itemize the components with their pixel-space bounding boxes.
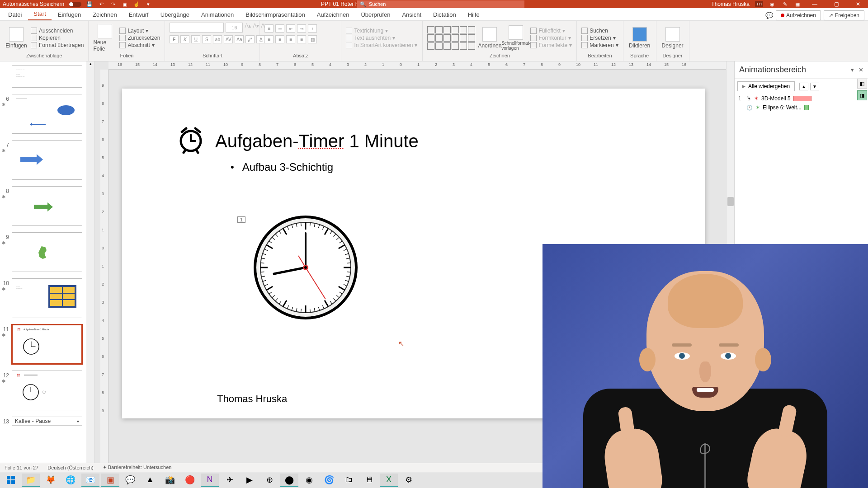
tab-einfuegen[interactable]: Einfügen <box>52 9 86 20</box>
taskbar-app-3[interactable]: 🔴 <box>181 474 199 487</box>
slide-thumb-7[interactable]: 7✱ <box>0 138 94 184</box>
taskbar-telegram[interactable]: ✈ <box>221 474 239 487</box>
increase-font-icon[interactable]: A▴ <box>245 23 251 33</box>
animation-item-1[interactable]: 1 🖱 ✶ 3D-Modell 5 <box>735 94 868 103</box>
tab-ueberpruefen[interactable]: Überprüfen <box>355 9 396 20</box>
tab-animationen[interactable]: Animationen <box>196 9 239 20</box>
case-button[interactable]: Aa <box>235 35 244 43</box>
select-button[interactable]: Markieren ▾ <box>581 42 618 48</box>
taskbar-vlc[interactable]: ▲ <box>141 474 159 487</box>
user-avatar[interactable]: TH <box>755 1 763 7</box>
timeline-bar-1[interactable] <box>793 96 811 101</box>
copy-button[interactable]: Kopieren <box>31 35 84 41</box>
start-button[interactable] <box>2 474 20 487</box>
designer-button[interactable]: Designer <box>661 27 684 49</box>
align-text-button[interactable]: Text ausrichten ▾ <box>346 35 417 41</box>
new-slide-button[interactable]: Neue Folie <box>93 24 117 52</box>
pane-tab-1[interactable]: ◧ <box>857 79 867 89</box>
tab-uebergaenge[interactable]: Übergänge <box>155 9 195 20</box>
taskbar-obs[interactable]: ⬤ <box>280 474 298 487</box>
font-size-select[interactable]: 16 <box>226 23 243 33</box>
layout-button[interactable]: Layout ▾ <box>119 28 160 34</box>
underline-button[interactable]: U <box>191 35 200 43</box>
autosave-toggle[interactable] <box>69 2 81 7</box>
reset-button[interactable]: Zurücksetzen <box>119 35 160 41</box>
slide-thumb-11[interactable]: 11✱ ⏰ Aufgaben-Timer 1 Minute <box>0 323 94 369</box>
section-button[interactable]: Abschnitt ▾ <box>119 42 160 48</box>
taskbar-app-5[interactable]: ⊕ <box>260 474 278 487</box>
strike-button[interactable]: S <box>202 35 211 43</box>
clock-3d-model[interactable] <box>253 215 358 320</box>
bold-button[interactable]: F <box>170 35 179 43</box>
slide-footer[interactable]: Thomas Hruska <box>217 393 287 405</box>
taskbar-explorer[interactable]: 📁 <box>22 474 40 487</box>
close-button[interactable]: ✕ <box>850 0 866 8</box>
shapes-gallery[interactable] <box>427 26 475 50</box>
tab-hilfe[interactable]: Hilfe <box>462 9 485 20</box>
text-direction-button[interactable]: Textrichtung ▾ <box>346 28 417 34</box>
freigeben-button[interactable]: ↗Freigeben <box>824 10 864 20</box>
slide-thumb-6[interactable]: 6✱ ————— <box>0 92 94 138</box>
slide-thumb-9[interactable]: 9✱ <box>0 230 94 277</box>
cut-button[interactable]: Ausschneiden <box>31 28 84 34</box>
find-button[interactable]: Suchen <box>581 28 618 34</box>
effects-button[interactable]: Formeffekte ▾ <box>530 42 572 48</box>
tab-entwurf[interactable]: Entwurf <box>123 9 154 20</box>
window-layout-icon[interactable]: ▦ <box>794 0 801 8</box>
tab-start[interactable]: Start <box>28 8 51 20</box>
pane-close-icon[interactable]: ✕ <box>859 66 863 73</box>
quick-styles-button[interactable]: Schnellformat-vorlagen <box>504 25 528 51</box>
slide-thumb-12[interactable]: 12✱ ⏰ ♡ <box>0 369 94 415</box>
outdent-button[interactable]: ⇤ <box>286 24 295 33</box>
touch-mode-icon[interactable]: ☝ <box>133 0 140 8</box>
taskbar-edge[interactable]: 🌀 <box>320 474 338 487</box>
columns-button[interactable]: ▥ <box>308 35 317 43</box>
taskbar-app-8[interactable]: 🖥 <box>360 474 378 487</box>
reorder-down-icon[interactable]: ▼ <box>810 83 819 90</box>
justify-button[interactable]: ≡ <box>297 35 306 43</box>
fill-button[interactable]: Fülleffekt ▾ <box>530 28 572 34</box>
redo-icon[interactable]: ↷ <box>109 0 117 8</box>
tab-datei[interactable]: Datei <box>3 9 27 20</box>
taskbar-app-6[interactable]: ◉ <box>300 474 318 487</box>
align-right-button[interactable]: ≡ <box>286 35 295 43</box>
decrease-font-icon[interactable]: A▾ <box>253 23 259 33</box>
format-painter-button[interactable]: Format übertragen <box>31 42 84 48</box>
play-all-button[interactable]: Alle wiedergeben <box>737 81 795 91</box>
slide-thumbnails[interactable]: — — — —— — —— —— — — — 6✱ ————— 7✱ 8✱ <box>0 61 95 486</box>
maximize-button[interactable]: ▢ <box>828 0 844 8</box>
taskbar-app-2[interactable]: 📸 <box>161 474 179 487</box>
slide-title[interactable]: Aufgaben-Timer 1 Minute <box>176 125 419 158</box>
slide-bullet-1[interactable]: Aufbau 3-Schichtig <box>231 161 333 174</box>
reorder-up-icon[interactable]: ▲ <box>799 83 808 90</box>
arrange-button[interactable]: Anordnen <box>478 27 501 49</box>
undo-icon[interactable]: ↶ <box>98 0 105 8</box>
highlight-button[interactable]: 🖊 <box>245 35 255 43</box>
outline-button[interactable]: Formkontur ▾ <box>530 35 572 41</box>
taskbar-powerpoint[interactable]: ▣ <box>101 474 119 487</box>
tab-zeichnen[interactable]: Zeichnen <box>87 9 122 20</box>
tab-ansicht[interactable]: Ansicht <box>396 9 427 20</box>
taskbar-app-7[interactable]: 🗂 <box>340 474 358 487</box>
taskbar-excel[interactable]: X <box>380 474 398 487</box>
tab-dictation[interactable]: Dictation <box>428 9 462 20</box>
animation-order-tag[interactable]: 1 <box>237 216 245 223</box>
slide-thumb-13[interactable]: 13 Kaffee - Pause ▾ <box>0 415 94 427</box>
pane-dropdown-icon[interactable]: ▾ <box>851 66 854 73</box>
indent-button[interactable]: ⇥ <box>297 24 306 33</box>
taskbar-chrome[interactable]: 🌐 <box>61 474 80 487</box>
minimize-button[interactable]: — <box>807 0 823 8</box>
taskbar-onenote[interactable]: N <box>201 474 219 487</box>
present-from-start-icon[interactable]: ▣ <box>121 0 128 8</box>
font-family-select[interactable] <box>170 23 224 33</box>
taskbar-app-1[interactable]: 💬 <box>121 474 139 487</box>
tab-aufzeichnen[interactable]: Aufzeichnen <box>311 9 355 20</box>
aufzeichnen-button[interactable]: Aufzeichnen <box>776 10 821 20</box>
comments-icon[interactable]: 💬 <box>765 12 773 19</box>
replace-button[interactable]: Ersetzen ▾ <box>581 35 618 41</box>
status-language[interactable]: Deutsch (Österreich) <box>47 465 93 470</box>
pane-tab-2[interactable]: ◨ <box>857 90 867 100</box>
dictate-button[interactable]: Diktieren <box>628 27 651 49</box>
coming-soon-icon[interactable]: ◉ <box>769 0 776 8</box>
taskbar-app-9[interactable]: ⚙ <box>400 474 418 487</box>
